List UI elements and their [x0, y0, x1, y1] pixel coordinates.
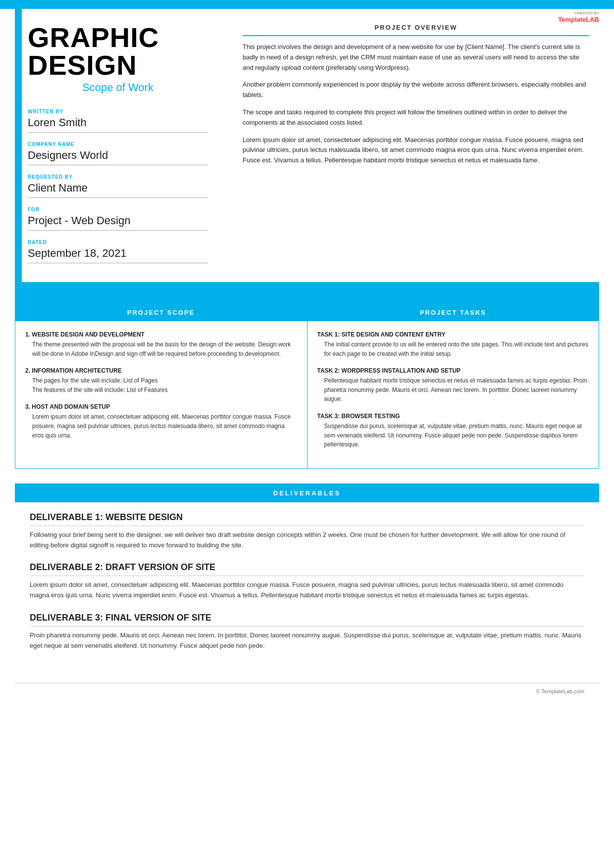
- field-requested-by: REQUESTED BY Client Name: [28, 174, 208, 198]
- deliverable-3: DELIVERABLE 3: FINAL VERSION OF SITE Pro…: [30, 613, 584, 651]
- scope-item-3-body: Lorem ipsum dolor sit amet, consectetuer…: [25, 412, 297, 440]
- task-item-1: TASK 1: SITE DESIGN AND CONTENT ENTRY Th…: [317, 331, 589, 358]
- deliverable-2-title: DELIVERABLE 2: DRAFT VERSION OF SITE: [30, 562, 584, 576]
- task-item-3-title: TASK 3: BROWSER TESTING: [317, 413, 589, 420]
- value-dated: September 18, 2021: [28, 247, 208, 263]
- task-item-2-title: TASK 2: WORDPRESS INSTALLATION AND SETUP: [317, 367, 589, 374]
- overview-text: This project involves the design and dev…: [243, 42, 589, 166]
- brand-name: TemplateLAB: [558, 16, 599, 23]
- scope-item-2-number: 2.: [25, 367, 30, 374]
- deliverables-header: DELIVERABLES: [15, 483, 599, 502]
- value-written-by: Loren Smith: [28, 116, 208, 133]
- field-dated: DATED September 18, 2021: [28, 240, 208, 263]
- deliverable-1-body: Following your brief being sent to the d…: [30, 530, 584, 551]
- task-item-2-body: Pellentesque habitant morbi tristique se…: [317, 376, 589, 404]
- overview-p2: Another problem commonly experienced is …: [243, 80, 589, 100]
- deliverable-1: DELIVERABLE 1: WEBSITE DESIGN Following …: [30, 512, 584, 551]
- scope-header-label: PROJECT SCOPE: [15, 304, 307, 321]
- left-panel-inner: GRAPHIC DESIGN Scope of Work WRITTEN BY …: [20, 24, 208, 263]
- field-for: FOR Project - Web Design: [28, 207, 208, 231]
- main-title: GRAPHIC DESIGN: [28, 24, 208, 79]
- deliverables-body: DELIVERABLE 1: WEBSITE DESIGN Following …: [15, 502, 599, 673]
- created-by-label: CREATED BY: [558, 11, 599, 16]
- task-item-2: TASK 2: WORDPRESS INSTALLATION AND SETUP…: [317, 367, 589, 404]
- scope-item-3-heading: HOST AND DOMAIN SETUP: [32, 403, 110, 410]
- label-written-by: WRITTEN BY: [28, 109, 208, 114]
- label-company-name: COMPANY NAME: [28, 142, 208, 147]
- value-company-name: Designers World: [28, 149, 208, 165]
- label-requested-by: REQUESTED BY: [28, 174, 208, 180]
- scope-item-2-heading: INFORMATION ARCHITECTURE: [32, 367, 121, 374]
- deliverable-2-body: Lorem ipsum dolor sit amet, consectetuer…: [30, 580, 584, 601]
- brand-template: Template: [558, 16, 586, 23]
- scope-item-2: 2. INFORMATION ARCHITECTURE The pages fo…: [25, 367, 297, 394]
- overview-p3: The scope and tasks required to complete…: [243, 107, 589, 128]
- scope-tasks-body: 1. WEBSITE DESIGN AND DEVELOPMENT The th…: [15, 321, 599, 469]
- footer-text: © TemplateLab.com: [536, 688, 584, 694]
- task-item-1-body: The initial content provide to us will b…: [317, 340, 589, 358]
- tasks-col: TASK 1: SITE DESIGN AND CONTENT ENTRY Th…: [307, 321, 599, 468]
- project-overview-title: PROJECT OVERVIEW: [243, 24, 589, 36]
- deliverable-3-title: DELIVERABLE 3: FINAL VERSION OF SITE: [30, 613, 584, 627]
- deliverable-1-title: DELIVERABLE 1: WEBSITE DESIGN: [30, 512, 584, 526]
- scope-item-3-number: 3.: [25, 403, 30, 410]
- deliverables-section: DELIVERABLES DELIVERABLE 1: WEBSITE DESI…: [15, 483, 599, 673]
- scope-item-1: 1. WEBSITE DESIGN AND DEVELOPMENT The th…: [25, 331, 297, 358]
- scope-item-3-title: 3. HOST AND DOMAIN SETUP: [25, 403, 297, 410]
- task-item-3: TASK 3: BROWSER TESTING Suspendisse dui …: [317, 413, 589, 449]
- main-container: GRAPHIC DESIGN Scope of Work WRITTEN BY …: [0, 9, 614, 714]
- task-item-3-body: Suspendisse dui purus, scelerisque at, v…: [317, 422, 589, 449]
- scope-item-1-heading: WEBSITE DESIGN AND DEVELOPMENT: [32, 331, 145, 338]
- field-company-name: COMPANY NAME Designers World: [28, 142, 208, 165]
- scope-col: 1. WEBSITE DESIGN AND DEVELOPMENT The th…: [15, 321, 307, 468]
- scope-item-1-body: The theme presented with the proposal wi…: [25, 340, 297, 358]
- right-panel: PROJECT OVERVIEW This project involves t…: [223, 9, 599, 282]
- scope-tasks-section: PROJECT SCOPE PROJECT TASKS 1. WEBSITE D…: [15, 304, 599, 469]
- cyan-divider: [15, 282, 599, 304]
- deliverable-2: DELIVERABLE 2: DRAFT VERSION OF SITE Lor…: [30, 562, 584, 601]
- task-item-1-title: TASK 1: SITE DESIGN AND CONTENT ENTRY: [317, 331, 589, 338]
- field-written-by: WRITTEN BY Loren Smith: [28, 109, 208, 133]
- scope-item-1-title: 1. WEBSITE DESIGN AND DEVELOPMENT: [25, 331, 297, 338]
- left-panel: GRAPHIC DESIGN Scope of Work WRITTEN BY …: [15, 9, 223, 282]
- value-for: Project - Web Design: [28, 214, 208, 231]
- header-section: GRAPHIC DESIGN Scope of Work WRITTEN BY …: [15, 9, 599, 282]
- brand-lab: LAB: [586, 16, 599, 23]
- overview-p4: Lorem ipsum dolor sit amet, consectetuer…: [243, 135, 589, 166]
- scope-item-2-title: 2. INFORMATION ARCHITECTURE: [25, 367, 297, 374]
- top-bar: [0, 0, 614, 9]
- deliverable-3-body: Proin pharetra nonummy pede. Mauris et o…: [30, 630, 584, 651]
- scope-item-3: 3. HOST AND DOMAIN SETUP Lorem ipsum dol…: [25, 403, 297, 440]
- subtitle: Scope of Work: [28, 81, 208, 94]
- value-requested-by: Client Name: [28, 182, 208, 198]
- templatelab-logo: CREATED BY TemplateLAB: [558, 11, 599, 23]
- tasks-header-label: PROJECT TASKS: [307, 304, 599, 321]
- deliverables-title: DELIVERABLES: [273, 489, 341, 497]
- scope-item-2-body: The pages for the site will include: Lis…: [25, 376, 297, 394]
- footer: © TemplateLab.com: [15, 683, 599, 699]
- overview-p1: This project involves the design and dev…: [243, 42, 589, 73]
- scope-item-1-number: 1.: [25, 331, 30, 338]
- label-for: FOR: [28, 207, 208, 212]
- label-dated: DATED: [28, 240, 208, 245]
- scope-tasks-header: PROJECT SCOPE PROJECT TASKS: [15, 304, 599, 321]
